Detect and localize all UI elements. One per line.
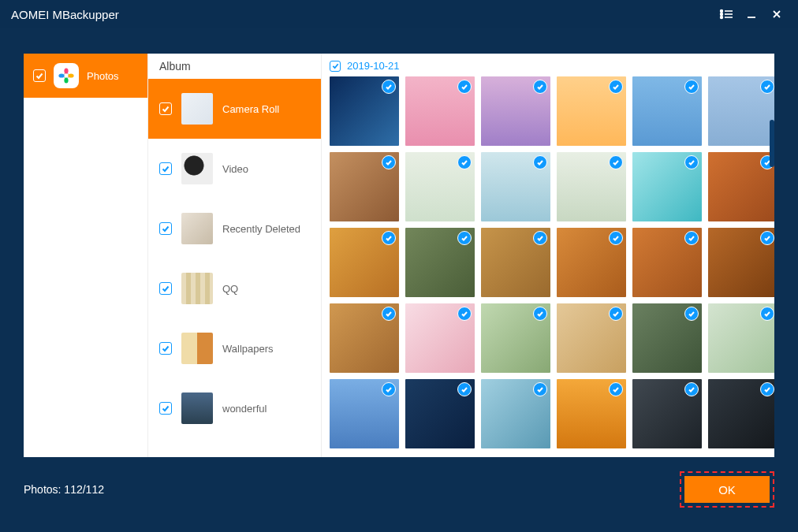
check-icon <box>609 80 623 94</box>
album-thumbnail <box>181 93 213 125</box>
photo-thumbnail[interactable] <box>632 228 702 297</box>
album-item[interactable]: wonderful <box>148 378 321 438</box>
photo-thumbnail[interactable] <box>632 76 702 146</box>
check-icon <box>760 307 774 321</box>
check-icon <box>457 231 472 245</box>
album-checkbox[interactable] <box>159 222 172 235</box>
photo-thumbnail[interactable] <box>708 152 774 221</box>
album-thumbnail <box>181 153 213 184</box>
check-icon <box>533 307 547 321</box>
photo-thumbnail[interactable] <box>481 76 550 146</box>
album-checkbox[interactable] <box>159 342 172 355</box>
check-icon <box>382 80 396 94</box>
photos-app-icon <box>54 63 79 88</box>
check-icon <box>760 80 774 94</box>
photo-thumbnail[interactable] <box>708 76 774 146</box>
app-title: AOMEI MBackupper <box>11 8 119 21</box>
album-item[interactable]: Camera Roll <box>148 79 321 139</box>
album-item[interactable]: QQ <box>148 259 321 318</box>
album-item[interactable]: Video <box>148 139 321 199</box>
photo-grid-area: 2019-10-21 <box>322 54 774 457</box>
photo-thumbnail[interactable] <box>405 76 475 146</box>
photo-thumbnail[interactable] <box>708 228 774 297</box>
album-thumbnail <box>181 213 213 244</box>
photo-thumbnail[interactable] <box>557 303 626 373</box>
photo-thumbnail[interactable] <box>330 76 399 146</box>
photo-thumbnail[interactable] <box>557 379 626 448</box>
photo-thumbnail[interactable] <box>481 303 550 373</box>
check-icon <box>533 382 547 396</box>
photo-thumbnail[interactable] <box>405 228 475 297</box>
check-icon <box>382 155 396 169</box>
photo-thumbnail[interactable] <box>557 228 626 297</box>
photo-thumbnail[interactable] <box>481 379 550 448</box>
check-icon <box>533 231 547 245</box>
check-icon <box>457 307 472 321</box>
album-checkbox[interactable] <box>159 162 172 175</box>
album-label: Camera Roll <box>222 103 279 115</box>
album-label: Recently Deleted <box>222 223 300 235</box>
rail-item-photos[interactable]: Photos <box>24 54 147 98</box>
album-label: Video <box>222 163 248 175</box>
album-label: QQ <box>222 283 238 295</box>
check-icon <box>684 231 699 245</box>
check-icon <box>684 155 699 169</box>
album-thumbnail <box>181 333 213 364</box>
minimize-button[interactable] <box>741 4 762 24</box>
list-view-icon[interactable] <box>716 4 736 24</box>
rail-checkbox[interactable] <box>33 69 46 82</box>
album-checkbox[interactable] <box>159 102 172 115</box>
photo-thumbnail[interactable] <box>632 152 702 221</box>
svg-point-0 <box>721 10 723 13</box>
date-group-header[interactable]: 2019-10-21 <box>330 60 768 72</box>
photo-thumbnail[interactable] <box>330 228 399 297</box>
left-rail: Photos <box>24 54 148 457</box>
svg-point-12 <box>58 73 64 77</box>
check-icon <box>609 231 623 245</box>
date-group-checkbox[interactable] <box>330 61 341 72</box>
close-button[interactable] <box>766 4 787 24</box>
photo-thumbnail[interactable] <box>557 76 626 146</box>
photo-thumbnail[interactable] <box>708 303 774 373</box>
scrollbar-thumb[interactable] <box>770 120 774 167</box>
check-icon <box>609 382 623 396</box>
photo-thumbnail[interactable] <box>708 379 774 448</box>
check-icon <box>760 231 774 245</box>
album-checkbox[interactable] <box>159 402 172 415</box>
photo-grid <box>330 76 768 448</box>
check-icon <box>533 80 547 94</box>
album-header: Album <box>148 54 321 79</box>
footer: Photos: 112/112 OK <box>24 466 774 513</box>
photo-thumbnail[interactable] <box>632 379 702 448</box>
photo-thumbnail[interactable] <box>632 303 702 373</box>
check-icon <box>457 80 472 94</box>
check-icon <box>382 307 396 321</box>
album-thumbnail <box>181 273 213 304</box>
photo-thumbnail[interactable] <box>330 303 399 373</box>
check-icon <box>457 155 472 169</box>
title-bar: AOMEI MBackupper <box>0 0 798 28</box>
album-checkbox[interactable] <box>159 282 172 295</box>
album-item[interactable]: Wallpapers <box>148 318 321 378</box>
ok-button[interactable]: OK <box>684 476 770 503</box>
svg-point-4 <box>721 17 723 19</box>
check-icon <box>684 382 699 396</box>
photo-thumbnail[interactable] <box>481 152 550 221</box>
album-item[interactable]: Recently Deleted <box>148 199 321 259</box>
svg-point-13 <box>68 73 73 77</box>
photo-thumbnail[interactable] <box>405 379 475 448</box>
check-icon <box>609 155 623 169</box>
check-icon <box>609 307 623 321</box>
photo-thumbnail[interactable] <box>405 303 475 373</box>
photo-thumbnail[interactable] <box>405 152 475 221</box>
check-icon <box>533 155 547 169</box>
photo-thumbnail[interactable] <box>557 152 626 221</box>
album-label: wonderful <box>222 403 267 415</box>
workspace: Photos Album Camera RollVideoRecently De… <box>24 54 774 457</box>
album-thumbnail <box>181 392 213 424</box>
photo-thumbnail[interactable] <box>481 228 550 297</box>
photo-thumbnail[interactable] <box>330 379 399 448</box>
check-icon <box>684 80 699 94</box>
check-icon <box>684 307 699 321</box>
photo-thumbnail[interactable] <box>330 152 399 221</box>
